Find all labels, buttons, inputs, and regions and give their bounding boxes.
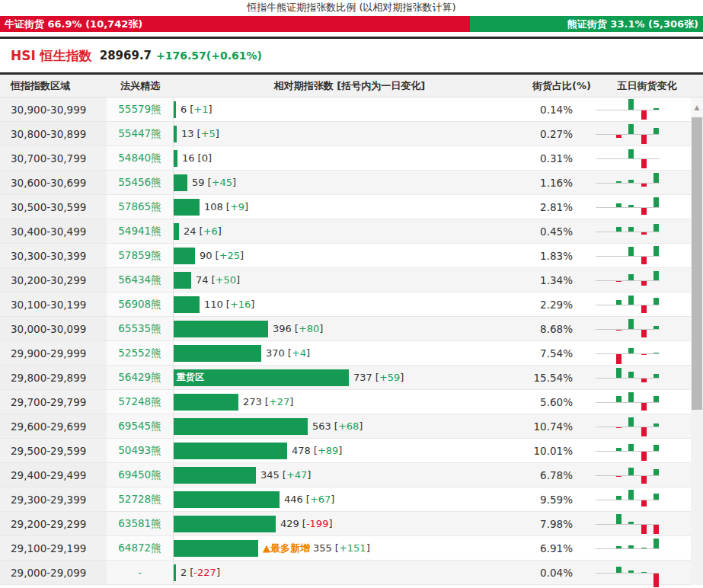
spark-bar-up xyxy=(628,522,634,524)
contracts-day-change: [+47] xyxy=(283,469,312,481)
spark-bar-up xyxy=(616,300,622,305)
index-range-cell: 30,900-30,999 xyxy=(0,97,107,121)
contracts-value: 13 xyxy=(181,128,194,139)
sg-pick-cell[interactable]: 55447熊 xyxy=(107,122,174,145)
index-range-cell: 29,200-29,299 xyxy=(0,512,107,535)
street-pct-cell: 10.74% xyxy=(526,420,591,433)
contracts-bar-cell: 110 [+16] xyxy=(174,292,526,316)
spark-bar-up xyxy=(628,99,634,110)
street-pct-cell: 9.59% xyxy=(526,494,591,506)
sg-pick-cell[interactable]: 52728熊 xyxy=(107,487,174,511)
contracts-value: 59 xyxy=(192,177,205,188)
vertical-scrollbar[interactable]: ▲ xyxy=(691,97,703,585)
contracts-day-change: [+5] xyxy=(197,128,219,139)
sg-pick-cell[interactable]: 56908熊 xyxy=(107,292,174,316)
index-range-cell: 29,800-29,899 xyxy=(0,366,107,389)
five-day-sparkline xyxy=(596,171,660,195)
contracts-value: 273 xyxy=(243,396,262,407)
sg-pick-cell[interactable]: 69450熊 xyxy=(107,463,174,487)
sg-pick-cell[interactable]: 57865熊 xyxy=(107,195,174,219)
sg-pick-cell[interactable]: 56429熊 xyxy=(107,366,174,389)
contracts-value: 6 xyxy=(181,104,187,115)
sg-pick-cell[interactable]: 64872熊 xyxy=(107,536,174,560)
contracts-bar xyxy=(174,467,256,484)
scrollbar-thumb[interactable] xyxy=(692,117,702,410)
contracts-day-change: [+67] xyxy=(306,494,335,505)
spark-bar-up xyxy=(628,227,634,232)
contracts-bar xyxy=(174,491,280,508)
five-day-change-cell xyxy=(591,292,703,316)
sg-pick-cell[interactable]: 55579熊 xyxy=(107,97,174,121)
sg-pick-cell[interactable]: 55456熊 xyxy=(107,171,174,194)
five-day-sparkline xyxy=(596,122,660,146)
spark-bar-down xyxy=(641,354,647,355)
index-price: 28969.7 xyxy=(100,49,152,62)
contracts-bar-cell: 370 [+4] xyxy=(174,341,526,365)
contracts-bar-cell: 429 [-199] xyxy=(174,512,526,535)
index-range-cell: 30,600-30,699 xyxy=(0,171,107,194)
spark-bar-up xyxy=(628,296,634,305)
sg-pick-cell[interactable]: - xyxy=(107,561,174,584)
five-day-sparkline xyxy=(596,341,660,366)
spark-bar-up xyxy=(653,538,659,548)
five-day-change-cell xyxy=(591,561,703,584)
street-pct-cell: 0.27% xyxy=(526,128,591,140)
sg-pick-cell[interactable]: 54941熊 xyxy=(107,219,174,243)
spark-bar-down xyxy=(641,281,647,286)
contracts-value: 110 xyxy=(204,299,223,310)
contracts-day-change: [+6] xyxy=(200,225,222,237)
sparkline-baseline xyxy=(596,158,660,159)
spark-bar-up xyxy=(653,494,659,500)
sg-pick-cell[interactable]: 52552熊 xyxy=(107,341,174,365)
contracts-bar xyxy=(174,272,191,289)
sg-pick-cell[interactable]: 54840熊 xyxy=(107,146,174,170)
contracts-bar-cell: 74 [+50] xyxy=(174,268,526,292)
most-added-tag: ▲最多新增 xyxy=(263,542,310,555)
sg-pick-cell[interactable]: 50493熊 xyxy=(107,439,174,462)
sg-pick-cell[interactable]: 69545熊 xyxy=(107,414,174,438)
contracts-day-change: [+50] xyxy=(212,274,241,286)
contracts-day-change: [+68] xyxy=(334,420,363,432)
five-day-change-cell xyxy=(591,463,703,487)
table-row: 29,000-29,099 - 2 [-227] 0.04% xyxy=(0,561,703,585)
five-day-sparkline xyxy=(596,390,660,414)
sg-pick-cell[interactable]: 57248熊 xyxy=(107,390,174,414)
street-pct-cell: 0.31% xyxy=(526,152,591,165)
contracts-bar-cell: 24 [+6] xyxy=(174,219,526,243)
five-day-change-cell xyxy=(591,171,703,194)
contracts-day-change: [+27] xyxy=(265,396,294,407)
spark-bar-up xyxy=(616,181,622,183)
table-row: 30,100-30,199 56908熊 110 [+16] 2.29% xyxy=(0,292,703,317)
street-pct-cell: 1.83% xyxy=(526,250,591,262)
header-street-pct: 街货占比(%) xyxy=(526,79,591,93)
spark-bar-down xyxy=(641,476,647,484)
contracts-bar xyxy=(174,126,177,142)
contracts-value: 345 xyxy=(260,469,280,481)
sg-pick-cell[interactable]: 56434熊 xyxy=(107,268,174,292)
five-day-sparkline xyxy=(596,146,660,171)
spark-bar-up xyxy=(653,246,659,256)
contracts-day-change: [+16] xyxy=(226,299,255,310)
street-pct-cell: 2.29% xyxy=(526,299,591,311)
sg-pick-cell[interactable]: 57859熊 xyxy=(107,244,174,267)
contracts-bar xyxy=(174,101,176,118)
spark-bar-down xyxy=(641,135,647,144)
street-pct-cell: 6.78% xyxy=(526,469,591,481)
scrollbar-up-arrow-icon[interactable]: ▲ xyxy=(691,97,703,117)
spark-bar-up xyxy=(653,271,659,280)
spark-bar-up xyxy=(628,417,634,427)
contracts-bar xyxy=(174,248,195,264)
spark-bar-up xyxy=(628,468,634,475)
contracts-bar-cell: 396 [+80] xyxy=(174,317,526,340)
sg-pick-cell[interactable]: 65535熊 xyxy=(107,317,174,340)
table-row: 30,800-30,899 55447熊 13 [+5] 0.27% xyxy=(0,122,703,146)
sg-pick-cell[interactable]: 63581熊 xyxy=(107,512,174,535)
spark-bar-up xyxy=(653,108,659,110)
index-name: HSI 恒生指数 xyxy=(11,47,92,65)
contracts-value: 74 xyxy=(196,274,209,286)
contracts-bar-cell: 345 [+47] xyxy=(174,463,526,487)
spark-bar-up xyxy=(616,368,622,378)
contracts-bar-cell: 2 [-227] xyxy=(174,561,526,584)
street-pct-cell: 2.81% xyxy=(526,201,591,213)
contracts-bar-cell: 90 [+25] xyxy=(174,244,526,267)
